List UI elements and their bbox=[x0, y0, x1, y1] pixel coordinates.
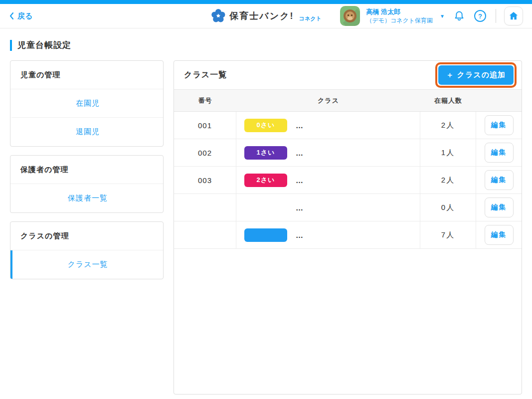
sidebar-group-title: 保護者の管理 bbox=[10, 156, 163, 184]
user-org: （デモ）コネクト保育園 bbox=[366, 16, 433, 24]
edit-button[interactable]: 編集 bbox=[485, 225, 514, 245]
back-button[interactable]: 戻る bbox=[9, 11, 32, 21]
table-row: 003 2さい … 2人 編集 bbox=[174, 167, 522, 194]
title-accent-bar bbox=[10, 40, 12, 51]
avatar[interactable] bbox=[340, 6, 360, 26]
user-area: 高橋 浩太郎 （デモ）コネクト保育園 ▼ ? bbox=[340, 6, 523, 26]
plus-icon: ＋ bbox=[446, 70, 454, 80]
chevron-down-icon[interactable]: ▼ bbox=[440, 13, 445, 19]
edit-button[interactable]: 編集 bbox=[485, 170, 514, 190]
col-header-count: 在籍人数 bbox=[420, 96, 476, 105]
page-title: 児童台帳設定 bbox=[10, 39, 522, 51]
page-title-text: 児童台帳設定 bbox=[17, 39, 71, 51]
row-count: 1人 bbox=[420, 139, 476, 166]
ellipsis: … bbox=[296, 203, 304, 212]
col-header-number: 番号 bbox=[174, 96, 236, 105]
row-class-cell: … bbox=[236, 194, 420, 221]
user-name: 高橋 浩太郎 bbox=[366, 7, 433, 16]
class-list-panel: クラス一覧 ＋ クラスの追加 番号 クラス 在籍人数 001 0さい … 2人 … bbox=[174, 60, 522, 395]
table-row: … 7人 編集 bbox=[174, 221, 522, 249]
question-icon: ? bbox=[474, 9, 487, 22]
row-class-cell: 0さい … bbox=[236, 112, 420, 139]
row-class-cell: 2さい … bbox=[236, 167, 420, 194]
sidebar-group-classes: クラスの管理 クラス一覧 bbox=[10, 221, 164, 279]
sidebar-item-withdrawn[interactable]: 退園児 bbox=[10, 118, 163, 146]
sidebar-item-guardian-list[interactable]: 保護者一覧 bbox=[10, 184, 163, 212]
table-row: 001 0さい … 2人 編集 bbox=[174, 112, 522, 139]
sidebar-group-children: 児童の管理 在園児 退園児 bbox=[10, 60, 164, 147]
sidebar-item-enrolled[interactable]: 在園児 bbox=[10, 89, 163, 118]
edit-button[interactable]: 編集 bbox=[485, 115, 514, 135]
sidebar-group-title: クラスの管理 bbox=[10, 222, 163, 250]
home-button[interactable] bbox=[504, 6, 523, 25]
col-header-class: クラス bbox=[236, 96, 420, 105]
row-count: 2人 bbox=[420, 167, 476, 194]
ellipsis: … bbox=[296, 231, 304, 239]
app-header: 戻る 保育士バンク! コネクト 高橋 浩太郎 （デモ）コネクト保育園 ▼ bbox=[0, 4, 532, 28]
lion-avatar-icon bbox=[344, 9, 356, 22]
table-header-row: 番号 クラス 在籍人数 bbox=[174, 90, 522, 112]
home-icon bbox=[508, 10, 519, 21]
ellipsis: … bbox=[296, 121, 304, 130]
edit-button[interactable]: 編集 bbox=[485, 198, 514, 217]
sidebar-group-guardians: 保護者の管理 保護者一覧 bbox=[10, 155, 164, 213]
row-number: 003 bbox=[174, 167, 236, 194]
row-class-cell: … bbox=[236, 221, 420, 248]
class-badge: 1さい bbox=[244, 146, 287, 160]
edit-button[interactable]: 編集 bbox=[485, 143, 514, 163]
back-label: 戻る bbox=[17, 11, 32, 21]
table-row: … 0人 編集 bbox=[174, 194, 522, 221]
add-class-button[interactable]: ＋ クラスの追加 bbox=[438, 65, 514, 85]
chevron-left-icon bbox=[9, 12, 14, 20]
panel-header: クラス一覧 ＋ クラスの追加 bbox=[174, 61, 522, 90]
row-number bbox=[174, 194, 236, 221]
row-count: 0人 bbox=[420, 194, 476, 221]
table-row: 002 1さい … 1人 編集 bbox=[174, 139, 522, 167]
svg-text:?: ? bbox=[478, 12, 482, 20]
sidebar-group-title: 児童の管理 bbox=[10, 61, 163, 89]
row-number: 001 bbox=[174, 112, 236, 139]
logo-subtitle: コネクト bbox=[299, 15, 322, 23]
top-accent-bar bbox=[0, 0, 532, 4]
row-count: 7人 bbox=[420, 221, 476, 248]
class-badge: 0さい bbox=[244, 119, 287, 132]
add-class-label: クラスの追加 bbox=[457, 70, 506, 80]
logo-title: 保育士バンク! bbox=[229, 10, 294, 22]
ellipsis: … bbox=[296, 149, 304, 157]
bell-icon bbox=[453, 10, 465, 22]
add-class-highlight: ＋ クラスの追加 bbox=[435, 62, 517, 88]
panel-title: クラス一覧 bbox=[184, 70, 227, 80]
sidebar-item-class-list[interactable]: クラス一覧 bbox=[10, 250, 163, 279]
app-logo: 保育士バンク! コネクト bbox=[210, 8, 321, 23]
row-class-cell: 1さい … bbox=[236, 139, 420, 166]
row-count: 2人 bbox=[420, 112, 476, 139]
header-divider bbox=[496, 9, 496, 23]
class-badge: 2さい bbox=[244, 174, 287, 187]
help-button[interactable]: ? bbox=[473, 8, 488, 23]
row-number bbox=[174, 221, 236, 248]
row-number: 002 bbox=[174, 139, 236, 166]
user-info[interactable]: 高橋 浩太郎 （デモ）コネクト保育園 bbox=[366, 7, 433, 24]
class-badge bbox=[244, 228, 287, 242]
sidebar: 児童の管理 在園児 退園児 保護者の管理 保護者一覧 クラスの管理 クラス一覧 bbox=[10, 60, 164, 288]
notifications-button[interactable] bbox=[452, 8, 467, 23]
flower-logo-icon bbox=[210, 8, 225, 23]
ellipsis: … bbox=[296, 176, 304, 185]
content: 児童の管理 在園児 退園児 保護者の管理 保護者一覧 クラスの管理 クラス一覧 … bbox=[0, 51, 532, 395]
